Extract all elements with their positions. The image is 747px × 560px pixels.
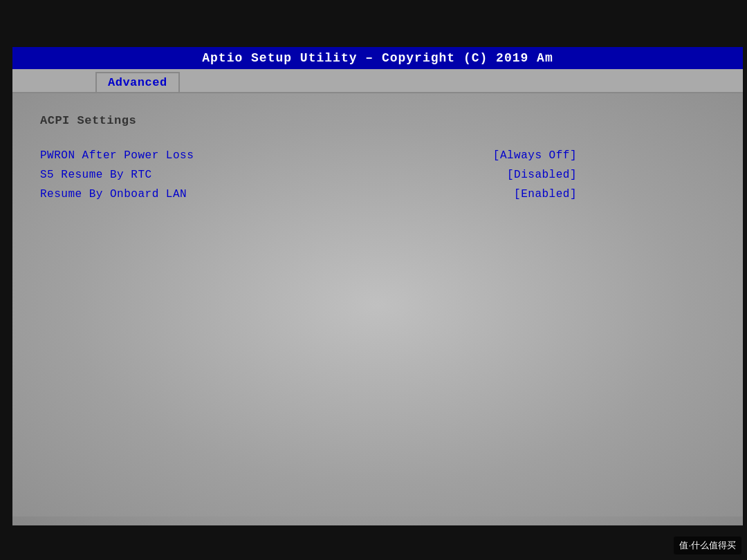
- title-text: Aptio Setup Utility – Copyright (C) 2019…: [202, 51, 553, 65]
- content-area: ACPI Settings PWRON After Power Loss [Al…: [12, 93, 743, 516]
- left-bar: [0, 0, 12, 560]
- top-bar: [0, 0, 747, 47]
- setting-name-s5rtc: S5 Resume By RTC: [40, 169, 152, 181]
- setting-value-s5rtc: [Disabled]: [507, 169, 577, 181]
- table-row[interactable]: Resume By Onboard LAN [Enabled]: [40, 185, 715, 203]
- section-title: ACPI Settings: [40, 114, 715, 127]
- table-row[interactable]: PWRON After Power Loss [Always Off]: [40, 147, 715, 165]
- setting-value-pwron: [Always Off]: [493, 149, 577, 162]
- bottom-bar: [0, 525, 747, 560]
- setting-name-pwron: PWRON After Power Loss: [40, 149, 194, 162]
- title-bar: Aptio Setup Utility – Copyright (C) 2019…: [12, 47, 743, 69]
- right-bar: [743, 0, 747, 560]
- table-row[interactable]: S5 Resume By RTC [Disabled]: [40, 166, 715, 184]
- tab-bar: Advanced: [12, 69, 743, 93]
- setting-value-lan: [Enabled]: [514, 188, 577, 200]
- setting-name-lan: Resume By Onboard LAN: [40, 188, 187, 200]
- settings-table: PWRON After Power Loss [Always Off] S5 R…: [40, 147, 715, 203]
- tab-advanced[interactable]: Advanced: [95, 72, 180, 92]
- bios-screen: Aptio Setup Utility – Copyright (C) 2019…: [12, 47, 743, 525]
- watermark: 值·什么值得买: [674, 536, 741, 554]
- screen-wrapper: Aptio Setup Utility – Copyright (C) 2019…: [0, 0, 747, 560]
